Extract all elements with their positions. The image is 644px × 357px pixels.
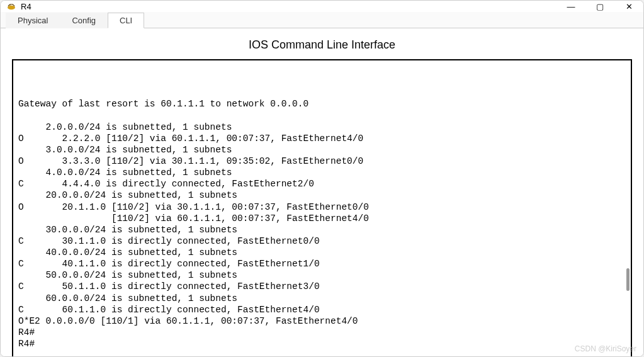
title-bar: R4 — ▢ ✕ <box>1 1 643 12</box>
content-area: IOS Command Line Interface Gateway of la… <box>1 28 643 357</box>
terminal-line: O*E2 0.0.0.0/0 [110/1] via 60.1.1.1, 00:… <box>18 315 626 327</box>
content-title: IOS Command Line Interface <box>12 38 632 52</box>
terminal-line: O 3.3.3.0 [110/2] via 30.1.1.1, 09:35:02… <box>18 156 626 167</box>
terminal-line <box>18 110 626 122</box>
terminal-line: C 4.4.4.0 is directly connected, FastEth… <box>18 178 626 190</box>
terminal-line: C 50.1.1.0 is directly connected, FastEt… <box>18 281 626 292</box>
window-title: R4 <box>21 2 556 11</box>
terminal-line <box>18 87 626 98</box>
terminal-line: R4# <box>18 338 626 349</box>
terminal-line: 40.0.0.0/24 is subnetted, 1 subnets <box>18 247 626 258</box>
terminal-line: 4.0.0.0/24 is subnetted, 1 subnets <box>18 167 626 178</box>
terminal-line: C 30.1.1.0 is directly connected, FastEt… <box>18 235 626 247</box>
tab-bar: Physical Config CLI <box>1 12 643 28</box>
window-controls: — ▢ ✕ <box>556 1 643 12</box>
window-frame: R4 — ▢ ✕ Physical Config CLI IOS Command… <box>0 0 644 357</box>
tab-config[interactable]: Config <box>60 13 108 28</box>
tab-physical[interactable]: Physical <box>6 13 60 28</box>
minimize-button[interactable]: — <box>556 1 585 12</box>
terminal-line: C 60.1.1.0 is directly connected, FastEt… <box>18 304 626 315</box>
terminal-line: 60.0.0.0/24 is subnetted, 1 subnets <box>18 293 626 304</box>
scrollbar-thumb[interactable] <box>626 268 630 291</box>
maximize-button[interactable]: ▢ <box>585 1 614 12</box>
terminal-line: [110/2] via 60.1.1.1, 00:07:37, FastEthe… <box>18 213 626 224</box>
terminal-line: 3.0.0.0/24 is subnetted, 1 subnets <box>18 144 626 156</box>
close-button[interactable]: ✕ <box>614 1 643 12</box>
terminal-line: C 40.1.1.0 is directly connected, FastEt… <box>18 258 626 269</box>
tab-cli[interactable]: CLI <box>108 13 144 28</box>
terminal-line: 2.0.0.0/24 is subnetted, 1 subnets <box>18 122 626 133</box>
app-icon <box>6 1 17 12</box>
terminal-line: 30.0.0.0/24 is subnetted, 1 subnets <box>18 224 626 235</box>
cli-terminal[interactable]: Gateway of last resort is 60.1.1.1 to ne… <box>12 59 632 357</box>
terminal-line: O 20.1.1.0 [110/2] via 30.1.1.1, 00:07:3… <box>18 201 626 213</box>
svg-point-1 <box>9 4 11 6</box>
terminal-line: Gateway of last resort is 60.1.1.1 to ne… <box>18 98 626 110</box>
terminal-line: R4# <box>18 327 626 338</box>
terminal-line: 50.0.0.0/24 is subnetted, 1 subnets <box>18 269 626 281</box>
terminal-line: O 2.2.2.0 [110/2] via 60.1.1.1, 00:07:37… <box>18 133 626 144</box>
terminal-line: 20.0.0.0/24 is subnetted, 1 subnets <box>18 190 626 201</box>
